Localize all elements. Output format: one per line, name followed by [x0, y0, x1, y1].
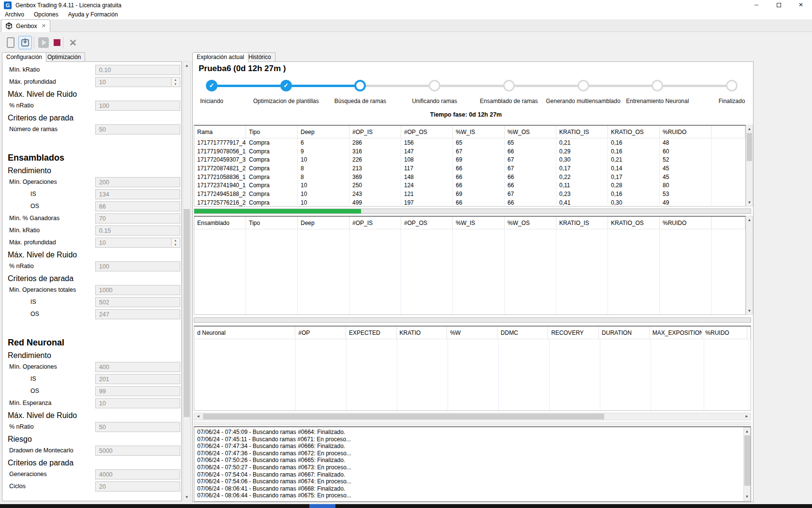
table-row[interactable]: 1717724945188_2Compra1024312169670,230,1…: [194, 190, 745, 198]
scroll-down-icon[interactable]: ▼: [744, 493, 750, 500]
tab-exploracion-actual[interactable]: Exploración actual: [192, 52, 248, 62]
scroll-down-icon[interactable]: ▼: [746, 307, 753, 314]
maximize-button[interactable]: [768, 0, 790, 11]
spinner-up-icon[interactable]: ▲: [172, 78, 179, 82]
column-header[interactable]: %W: [447, 327, 498, 339]
ensamblado-table-scrollbar[interactable]: ▲ ▼: [746, 216, 753, 315]
field-m-n-operaciones[interactable]: 400: [95, 362, 180, 372]
splitter[interactable]: [194, 422, 751, 425]
column-header[interactable]: Rama: [194, 126, 246, 138]
column-header[interactable]: #OP_IS: [349, 217, 401, 229]
tab-configuracion[interactable]: Configuración: [2, 52, 46, 62]
column-header[interactable]: d Neuronal: [194, 327, 295, 339]
scroll-down-icon[interactable]: ▼: [183, 493, 190, 501]
field-dradown-de-montecarlo[interactable]: 5000: [95, 446, 180, 456]
log-scrollbar[interactable]: ▲ ▼: [743, 427, 751, 501]
field-os[interactable]: 247: [95, 309, 180, 319]
column-header[interactable]: #OP: [295, 327, 346, 339]
save-run-button[interactable]: [18, 36, 32, 49]
scrollbar-thumb[interactable]: [744, 435, 751, 486]
field-m-n-kratio[interactable]: 0.10: [95, 65, 180, 75]
spinner-down-icon[interactable]: ▼: [172, 82, 179, 86]
field-m-n-kratio[interactable]: 0.15: [95, 225, 180, 236]
scroll-up-icon[interactable]: ▲: [746, 125, 753, 133]
scroll-down-icon[interactable]: ▼: [746, 199, 753, 206]
scroll-up-icon[interactable]: ▲: [746, 216, 753, 224]
column-header[interactable]: %W_OS: [505, 217, 556, 229]
field-is[interactable]: 502: [95, 297, 180, 307]
scroll-up-icon[interactable]: ▲: [744, 428, 750, 435]
menu-item-ayuda-y-formaci-n[interactable]: Ayuda y Formación: [63, 11, 123, 19]
column-header[interactable]: Deep: [298, 217, 349, 229]
column-header[interactable]: %RUIDO: [702, 327, 747, 339]
config-scrollbar[interactable]: ▲ ▼: [183, 61, 191, 501]
field--nratio[interactable]: 100: [95, 101, 180, 111]
column-header[interactable]: %RUIDO: [660, 217, 711, 229]
column-header[interactable]: KRATIO_OS: [608, 217, 660, 229]
field-n-mero-de-ramas[interactable]: 50: [95, 124, 180, 134]
table-row[interactable]: 1717720874821_2Compra821311766670,170,14…: [194, 164, 745, 173]
column-header[interactable]: %W_IS: [453, 217, 505, 229]
column-header[interactable]: Tipo: [246, 217, 298, 229]
table-row[interactable]: 1717721058836_1Compra836914866660,220,17…: [194, 173, 745, 181]
close-button[interactable]: ✕: [790, 0, 812, 11]
column-header[interactable]: Tipo: [246, 126, 298, 138]
tab-genbox[interactable]: Genbox ✕: [1, 19, 50, 32]
field-m-x-profundidad[interactable]: 10▲▼: [95, 238, 180, 248]
scroll-up-icon[interactable]: ▲: [183, 62, 190, 69]
spinner-up-icon[interactable]: ▲: [172, 239, 179, 242]
column-header[interactable]: %W_IS: [453, 126, 505, 138]
scrollbar-thumb[interactable]: [184, 209, 190, 417]
table-row[interactable]: 1717725776216_2Compra1049919766660,410,3…: [194, 198, 745, 207]
tab-historico[interactable]: Histórico: [244, 52, 276, 61]
clear-button[interactable]: ✕: [66, 36, 80, 49]
column-header[interactable]: DURATION: [599, 327, 650, 339]
field-os[interactable]: 66: [95, 201, 180, 211]
field-ciclos[interactable]: 20: [95, 481, 180, 492]
column-header[interactable]: MAX_EXPOSITION: [650, 327, 703, 339]
stop-button[interactable]: [50, 36, 64, 49]
scroll-right-icon[interactable]: ►: [743, 413, 751, 420]
column-header[interactable]: %W_OS: [505, 126, 556, 138]
field-m-n-esperanza[interactable]: 10: [95, 398, 180, 408]
column-header[interactable]: KRATIO_IS: [556, 126, 608, 138]
table-row[interactable]: 1717717777917_4Compra628615665650,210,16…: [194, 138, 745, 147]
horizontal-scrollbar[interactable]: ◄ ►: [194, 413, 751, 420]
spinner-down-icon[interactable]: ▼: [172, 243, 179, 247]
tab-optimizacion[interactable]: Optimización: [43, 52, 85, 61]
column-header[interactable]: #OP_IS: [349, 126, 401, 138]
log-panel[interactable]: 07/06/24 - 07:45:09 - Buscando ramas #06…: [194, 426, 751, 502]
minimize-button[interactable]: ─: [745, 0, 768, 11]
field-generaciones[interactable]: 4000: [95, 469, 180, 479]
spinner-buttons[interactable]: ▲▼: [171, 78, 179, 86]
column-header[interactable]: KRATIO_IS: [556, 217, 608, 229]
column-header[interactable]: RECOVERY: [548, 327, 599, 339]
column-header[interactable]: %RUIDO: [660, 126, 711, 138]
field-is[interactable]: 134: [95, 189, 180, 199]
field--nratio[interactable]: 50: [95, 422, 180, 432]
column-header[interactable]: Ensamblado: [194, 217, 246, 229]
column-header[interactable]: KRATIO: [397, 327, 448, 339]
scrollbar-thumb[interactable]: [747, 133, 752, 161]
field--nratio[interactable]: 100: [95, 261, 180, 271]
play-button[interactable]: [37, 36, 50, 49]
field-m-n-operaciones[interactable]: 200: [95, 177, 180, 187]
column-header[interactable]: Deep: [298, 126, 349, 138]
column-header[interactable]: #OP_OS: [401, 126, 453, 138]
menu-item-opciones[interactable]: Opciones: [29, 11, 63, 19]
tab-close-icon[interactable]: ✕: [42, 23, 46, 29]
menu-item-archivo[interactable]: Archivo: [0, 11, 29, 19]
column-header[interactable]: #OP_OS: [401, 217, 453, 229]
field-min-operaciones-totales[interactable]: 1000: [95, 285, 180, 295]
column-header[interactable]: EXPECTED: [346, 327, 397, 339]
field-m-n-ganadoras[interactable]: 70: [95, 213, 180, 224]
table-row[interactable]: 1717720459307_3Compra1022610869670,300,2…: [194, 155, 745, 164]
table-row[interactable]: 1717719078056_1Compra931614767660,290,16…: [194, 147, 745, 156]
scroll-left-icon[interactable]: ◄: [194, 413, 202, 420]
ramas-table-scrollbar[interactable]: ▲ ▼: [746, 125, 753, 207]
spinner-buttons[interactable]: ▲▼: [171, 239, 179, 247]
field-is[interactable]: 201: [95, 374, 180, 384]
field-os[interactable]: 99: [95, 386, 180, 396]
column-header[interactable]: KRATIO_OS: [608, 126, 660, 138]
scrollbar-thumb[interactable]: [203, 414, 604, 419]
